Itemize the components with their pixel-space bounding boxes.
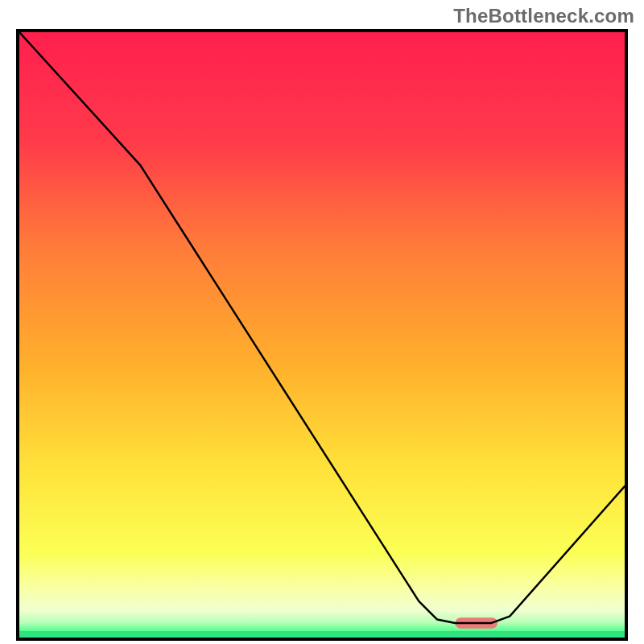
- plot-area: [19, 32, 625, 638]
- chart-container: TheBottleneck.com: [0, 0, 644, 644]
- bottleneck-curve: [19, 32, 625, 623]
- plot-frame: [16, 29, 628, 641]
- curve-layer: [19, 32, 625, 638]
- watermark-text: TheBottleneck.com: [453, 5, 634, 27]
